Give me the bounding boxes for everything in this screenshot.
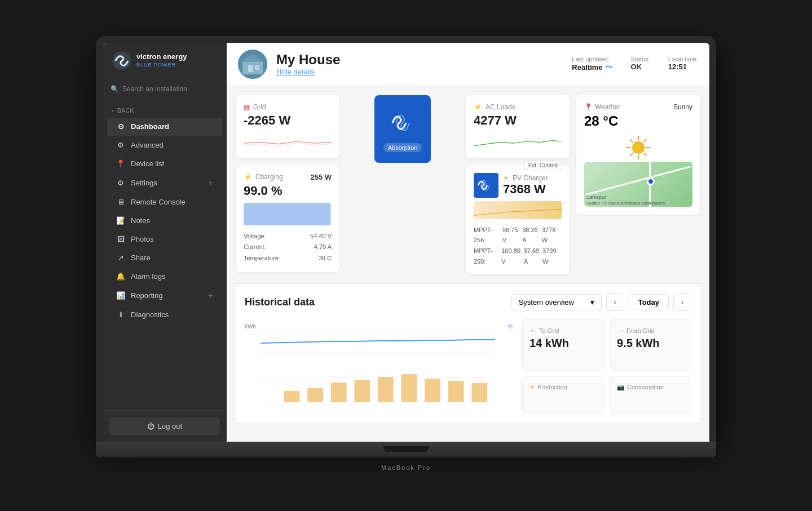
sun-icon-container	[584, 134, 692, 162]
pv-value: 7368 W	[503, 182, 548, 197]
sidebar-nav: ‹ BACK ⊙ Dashboard ⚙ Advanced 📍 Device l…	[103, 99, 227, 410]
sidebar-item-label: Diagnostics	[131, 310, 169, 319]
svg-line-15	[644, 140, 646, 142]
sidebar-item-label: Device list	[131, 159, 164, 168]
sidebar-item-share[interactable]: ↗ Share	[107, 249, 222, 267]
svg-rect-28	[378, 377, 394, 402]
consumption-stat: 📷 Consumption	[610, 376, 691, 414]
inverter-label: Absorption	[383, 143, 422, 152]
battery-stats: Voltage: 54.40 V Current: 4.70 A Tempera…	[244, 231, 332, 264]
prev-period-button[interactable]: ‹	[606, 293, 624, 311]
inverter-block: Absorption	[374, 95, 431, 163]
svg-rect-25	[307, 388, 323, 402]
status-label: Status:	[631, 56, 650, 63]
consumption-label: Consumption	[627, 384, 664, 390]
pv-inverter-icon	[474, 173, 498, 198]
sidebar-item-photos[interactable]: 🖼 Photos	[107, 230, 222, 248]
dashboard-icon: ⊙	[116, 122, 125, 131]
reporting-plus-icon: +	[208, 291, 213, 301]
battery-header: ⚡ Charging 255 W	[244, 173, 332, 181]
settings-plus-icon: +	[208, 178, 213, 188]
sidebar-item-dashboard[interactable]: ⊙ Dashboard	[107, 118, 222, 136]
notes-icon: 📝	[116, 216, 125, 225]
ac-loads-card: ⚡ AC Loads 4277 W	[466, 95, 570, 158]
installation-info: My House Hide details	[276, 52, 563, 76]
today-button[interactable]: Today	[629, 294, 669, 310]
system-overview-dropdown[interactable]: System overview ▾	[511, 294, 602, 310]
production-title: ☀ Production	[529, 384, 597, 391]
from-grid-title: → From Grid	[617, 326, 684, 335]
battery-watt: 255 W	[310, 173, 332, 181]
svg-point-8	[633, 142, 644, 153]
consumption-title: 📷 Consumption	[617, 384, 684, 391]
local-time-meta: Local time: 12:51	[668, 56, 698, 71]
local-time-label: Local time:	[668, 56, 698, 63]
right-column: ⚡ AC Loads 4277 W	[466, 95, 570, 275]
logo-text: victron energy BLUE POWER	[136, 52, 187, 69]
weather-top: 📍 Weather Sunny	[584, 103, 692, 111]
sidebar-item-advanced[interactable]: ⚙ Advanced	[107, 136, 222, 154]
svg-rect-30	[425, 379, 440, 402]
diagnostics-icon: ℹ	[116, 310, 125, 319]
period-selector: System overview ▾ ‹ Today ›	[511, 293, 691, 311]
chart-area: kWh %	[245, 319, 513, 414]
svg-rect-32	[471, 383, 487, 402]
svg-rect-26	[331, 383, 347, 402]
battery-percent: 99.0 %	[244, 184, 332, 198]
grid-card-title: ▦ Grid	[244, 103, 332, 111]
sidebar-item-notes[interactable]: 📝 Notes	[107, 212, 222, 230]
historical-title: Historical data	[245, 296, 505, 308]
grid-icon: ▦	[244, 103, 250, 111]
laptop-notch	[383, 446, 429, 452]
leaflet-credit: Leaflet | © OpenStreetMap contributors	[586, 201, 665, 206]
inverter-column: Absorption	[346, 95, 459, 163]
installation-title: My House	[276, 52, 563, 68]
stats-grid: ← To Grid 14 kWh → From Grid	[522, 319, 691, 414]
sidebar-item-device-list[interactable]: 📍 Device list	[107, 155, 222, 173]
page-header: My House Hide details Last updated: Real…	[227, 43, 709, 86]
historical-section: Historical data System overview ▾ ‹ Toda…	[236, 283, 700, 423]
map-location-label: Larkspur Leaflet | © OpenStreetMap contr…	[586, 194, 665, 206]
svg-rect-27	[354, 380, 370, 402]
map-placeholder: Larkspur Leaflet | © OpenStreetMap contr…	[584, 162, 692, 207]
grid-card-value: -2265 W	[244, 113, 332, 128]
weather-card: 📍 Weather Sunny 28 °C	[576, 95, 700, 215]
dashboard-area: ▦ Grid -2265 W	[227, 86, 709, 442]
svg-rect-29	[401, 374, 417, 402]
local-time-value: 12:51	[668, 63, 698, 71]
next-period-button[interactable]: ›	[673, 293, 691, 311]
from-grid-value: 9.5 kWh	[617, 337, 684, 350]
map-marker	[647, 177, 655, 185]
hide-details-link[interactable]: Hide details	[276, 68, 563, 76]
brand-name: victron energy	[136, 52, 187, 62]
ac-icon: ⚡	[474, 103, 482, 111]
search-placeholder: Search an installation	[122, 85, 187, 93]
chart-stats-row: kWh %	[245, 319, 691, 414]
photos-icon: 🖼	[116, 235, 125, 244]
ac-loads-title: ⚡ AC Loads	[474, 103, 562, 111]
sidebar-search[interactable]: 🔍 Search an installation	[103, 79, 227, 99]
consumption-icon: 📷	[617, 384, 625, 391]
ext-control-badge: Ext. Control	[523, 161, 563, 170]
sidebar-item-label: Advanced	[131, 141, 164, 149]
from-grid-arrow-icon: →	[617, 326, 624, 335]
sidebar-item-settings[interactable]: ⚙ Settings +	[107, 174, 222, 193]
last-updated-label: Last updated:	[572, 56, 612, 63]
svg-rect-31	[448, 381, 464, 402]
sidebar-item-alarm-logs[interactable]: 🔔 Alarm logs	[107, 268, 222, 286]
grid-mini-chart	[244, 132, 332, 150]
chart-inner: 10 7.5 5	[261, 329, 495, 402]
nav-back-button[interactable]: ‹ BACK	[103, 104, 227, 117]
battery-icon: ⚡	[244, 173, 252, 181]
logout-button[interactable]: ⏻ Log out	[109, 417, 220, 435]
sidebar-item-label: Photos	[131, 235, 153, 243]
chevron-right-icon: ›	[681, 297, 684, 306]
sidebar-item-remote-console[interactable]: 🖥 Remote Console	[107, 193, 222, 211]
chart-y-axis-right-label: %	[508, 323, 513, 330]
pv-charger-card: Ext. Control ☀	[466, 165, 570, 275]
realtime-wave-icon: 〜	[605, 63, 613, 73]
sidebar-item-reporting[interactable]: 📊 Reporting +	[107, 286, 222, 305]
energy-flow-grid: ▦ Grid -2265 W	[236, 95, 700, 275]
sun-icon	[624, 134, 652, 162]
sidebar-item-diagnostics[interactable]: ℹ Diagnostics	[107, 306, 222, 324]
